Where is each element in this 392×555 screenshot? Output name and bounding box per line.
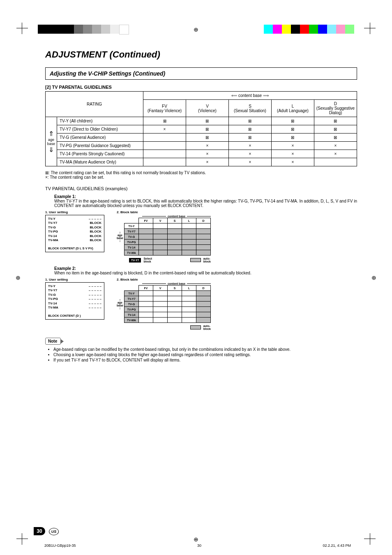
- diag2-user-title: 1. User setting: [45, 278, 104, 281]
- diag1-user-title: 1. User setting: [45, 210, 104, 214]
- rating-cell: ×: [143, 125, 186, 134]
- rating-cell: ×: [271, 142, 314, 150]
- rating-cell: ×: [228, 158, 271, 166]
- ratings-table: RATING ⟸ content base ⟹ FV(Fantasy Viole…: [45, 91, 357, 166]
- rating-cell: ×: [186, 142, 229, 150]
- legend: ⊠: The content rating can be set, but th…: [45, 170, 357, 180]
- notes-list: Age-based ratings can be modified by the…: [53, 347, 357, 362]
- page-footer: 30 US: [34, 527, 59, 535]
- rating-header: RATING: [46, 92, 143, 117]
- table-row: TV-MA (Mature Audience Only)×××: [46, 158, 357, 166]
- note-label: Note: [48, 339, 57, 343]
- rating-cell: ⊠: [228, 134, 271, 142]
- print-color-strip-right: [264, 25, 354, 34]
- rating-cell: [143, 158, 186, 166]
- rating-label: TV-PG (Parental Guidance Suggested): [57, 142, 143, 150]
- print-color-strip-left: [38, 25, 129, 34]
- rating-cell: ×: [314, 150, 357, 158]
- example2-body: When no item in the age-based rating is …: [54, 271, 357, 275]
- footer-file: 20B1U-GBpp19-35: [44, 543, 76, 548]
- rating-cell: [143, 142, 186, 150]
- diag1-block-title: 2. Block table: [117, 210, 211, 214]
- content-area: ADJUSTMENT (Continued) Adjusting the V-C…: [45, 49, 357, 363]
- rating-cell: ⊠: [314, 125, 357, 134]
- rating-cell: ⊠: [271, 134, 314, 142]
- rating-cell: ⊠: [186, 134, 229, 142]
- rating-cell: ×: [271, 158, 314, 166]
- col-s: S(Sexual Situation): [228, 100, 271, 117]
- rating-cell: ⊠: [186, 117, 229, 125]
- crop-mark-icon: [16, 533, 28, 545]
- example1-diagram: 1. User setting TV-Y– – – – –TV-Y7BLOCKT…: [45, 210, 357, 263]
- table-row: TV-G (General Audience)⊠⊠⊠⊠: [46, 134, 357, 142]
- diag1-user-box: TV-Y– – – – –TV-Y7BLOCKTV-GBLOCKTV-PGBLO…: [45, 215, 104, 252]
- examples-title: TV PARENTAL GUIDELINES (examples): [45, 186, 357, 191]
- example1-body: When TV-Y7 in the age-based rating is se…: [54, 199, 357, 208]
- content-base-header: ⟸ content base ⟹: [143, 92, 357, 100]
- example2-diagram: 1. User setting TV-Y– – – – –TV-Y7– – – …: [45, 278, 357, 330]
- rating-cell: [143, 134, 186, 142]
- rating-label: TV-G (General Audience): [57, 134, 143, 142]
- crop-mark-icon: [364, 533, 376, 545]
- legend-x: ×: The content rating can be set.: [45, 175, 357, 180]
- table-row: TV-14 (Parents Strongly Cautioned)××××: [46, 150, 357, 158]
- col-l: L(Adult Language): [271, 100, 314, 117]
- example2-label: Example 2:: [54, 266, 357, 271]
- page-number-badge: 30: [34, 527, 45, 535]
- table-row: TV-PG (Parental Guidance Suggested)××××: [46, 142, 357, 150]
- diag2-block-table: content base↑age base↓FVVSLDTV-YTV-Y7TV-…: [117, 282, 211, 330]
- section-heading: Adjusting the V-CHIP Settings (Continued…: [45, 67, 357, 80]
- note-badge: Note: [45, 338, 61, 345]
- registration-mark-icon: ⊕: [194, 536, 198, 543]
- page: ⊕ ⊕ ⊕ ⊕ ADJUSTMENT (Continued) Adjusting…: [0, 0, 392, 555]
- rating-cell: ⊠: [314, 134, 357, 142]
- crop-mark-icon: [364, 23, 376, 34]
- rating-cell: ⊠: [228, 117, 271, 125]
- rating-label: TV-Y7 (Direct to Older Children): [57, 125, 143, 134]
- content-base-text: content base: [238, 93, 262, 98]
- rating-label: TV-MA (Mature Audience Only): [57, 158, 143, 166]
- rating-cell: [143, 150, 186, 158]
- rating-cell: ×: [186, 150, 229, 158]
- rating-cell: ⊠: [143, 117, 186, 125]
- col-fv: FV(Fantasy Violence): [143, 100, 186, 117]
- example1-label: Example 1:: [54, 194, 357, 199]
- rating-cell: ⊠: [314, 117, 357, 125]
- page-title: ADJUSTMENT (Continued): [45, 49, 357, 60]
- registration-mark-icon: ⊕: [371, 274, 376, 281]
- age-base-cell: ⇑age base⇓: [46, 117, 57, 166]
- table-row: ⇑age base⇓TV-Y (All children)⊠⊠⊠⊠⊠: [46, 117, 357, 125]
- col-v: V(Violence): [186, 100, 229, 117]
- rating-cell: ×: [271, 150, 314, 158]
- rating-label: TV-Y (All children): [57, 117, 143, 125]
- rating-label: TV-14 (Parents Strongly Cautioned): [57, 150, 143, 158]
- col-d: D(Sexually Suggestive Dialog): [314, 100, 357, 117]
- rating-cell: ⊠: [271, 117, 314, 125]
- rating-cell: ×: [228, 142, 271, 150]
- rating-cell: ⊠: [228, 125, 271, 134]
- rating-cell: [314, 158, 357, 166]
- note-item: If you set TV-Y and TV-Y7 to BLOCK, CONT…: [53, 358, 357, 362]
- note-item: Age-based ratings can be modified by the…: [53, 347, 357, 352]
- footer-timestamp: 02.2.21, 4:43 PM: [323, 543, 351, 548]
- diag2-block-title: 2. Block table: [117, 278, 211, 281]
- rating-cell: ×: [186, 158, 229, 166]
- diag1-block-table: content base↑age base↓FVVSLDTV-YTV-Y7TV-…: [117, 215, 211, 263]
- rating-cell: ×: [314, 142, 357, 150]
- table-row: TV-Y7 (Direct to Older Children)×⊠⊠⊠⊠: [46, 125, 357, 134]
- region-badge: US: [49, 528, 59, 535]
- legend-box: ⊠: The content rating can be set, but th…: [45, 170, 357, 175]
- rating-cell: ⊠: [186, 125, 229, 134]
- rating-cell: ⊠: [271, 125, 314, 134]
- rating-cell: ×: [228, 150, 271, 158]
- registration-mark-icon: ⊕: [16, 274, 21, 281]
- note-item: Choosing a lower age-based rating blocks…: [53, 352, 357, 357]
- diag2-user-box: TV-Y– – – – –TV-Y7– – – – –TV-G– – – – –…: [45, 282, 104, 320]
- registration-mark-icon: ⊕: [194, 26, 198, 33]
- crop-mark-icon: [16, 23, 28, 34]
- footer-page: 30: [197, 543, 201, 548]
- subsection-label: [2] TV PARENTAL GUIDELINES: [45, 85, 357, 90]
- print-footer: 20B1U-GBpp19-35 30 02.2.21, 4:43 PM: [44, 543, 351, 548]
